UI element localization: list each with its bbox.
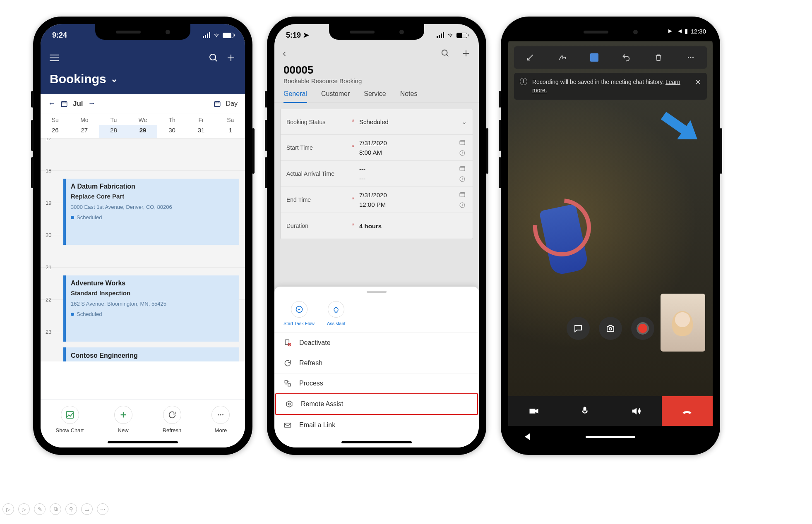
svg-rect-22: [285, 423, 291, 427]
sheet-handle[interactable]: [367, 291, 387, 293]
svg-point-21: [288, 403, 291, 405]
menu-deactivate[interactable]: Deactivate: [274, 333, 479, 353]
svg-point-0: [216, 37, 216, 37]
weekday-header: SuMoTuWeThFrSa: [41, 113, 245, 125]
svg-point-1: [210, 54, 216, 60]
show-chart-button[interactable]: Show Chart: [56, 406, 84, 433]
svg-point-25: [692, 57, 694, 58]
home-indicator[interactable]: [341, 441, 412, 443]
svg-point-24: [690, 57, 692, 58]
svg-rect-19: [285, 380, 287, 383]
phone-bookings: 9:24 Bookings ⌄: [33, 17, 252, 455]
svg-point-23: [688, 57, 689, 58]
add-icon[interactable]: [226, 53, 236, 63]
tool-button[interactable]: ▷: [18, 503, 30, 515]
start-task-flow-button[interactable]: Start Task Flow: [283, 301, 315, 326]
date-toolbar: ← Jul → Day: [41, 94, 245, 113]
svg-point-6: [220, 414, 221, 416]
svg-rect-3: [214, 101, 220, 106]
bottom-toolbar: Show Chart New Refresh More: [41, 400, 245, 447]
menu-remote-assist[interactable]: Remote Assist: [275, 393, 478, 415]
more-icon[interactable]: [686, 53, 695, 62]
appointment-card[interactable]: Adventure Works Standard Inspection 162 …: [63, 275, 239, 342]
status-bar: ▲ ▲ ▮ 12:30: [661, 24, 713, 38]
appointment-card[interactable]: A Datum Fabrication Replace Core Part 30…: [63, 179, 239, 245]
appointment-card[interactable]: Contoso Engineering: [63, 347, 239, 361]
tool-button[interactable]: ▷: [2, 503, 14, 515]
nav-back-icon[interactable]: [525, 433, 530, 440]
agenda-view[interactable]: 17 18 19 20 21 22 23 A Datum Fabrication…: [41, 138, 245, 361]
tool-button[interactable]: ✎: [34, 503, 46, 515]
tool-button[interactable]: ▭: [81, 503, 93, 515]
next-arrow-icon[interactable]: →: [88, 99, 96, 108]
call-bar: [508, 396, 713, 426]
status-time: 9:24: [52, 31, 67, 40]
undo-icon[interactable]: [622, 53, 631, 62]
svg-rect-4: [66, 412, 73, 419]
self-video-pip[interactable]: [661, 294, 705, 352]
record-button[interactable]: [631, 317, 654, 340]
menu-icon[interactable]: [50, 55, 59, 61]
wifi-icon: [213, 32, 220, 38]
menu-process[interactable]: Process: [274, 373, 479, 393]
ink-icon[interactable]: [558, 53, 567, 62]
annotation-toolbar: [514, 46, 707, 69]
battery-icon: ▮: [685, 27, 688, 35]
delete-icon[interactable]: [654, 53, 663, 62]
menu-email-link[interactable]: Email a Link: [274, 415, 479, 435]
ar-arrow-annotation: [657, 106, 704, 148]
tool-button[interactable]: ⚲: [65, 503, 77, 515]
phone-booking-detail: 5:19 ➤ ‹ 00005 Bookable Resource Booking: [267, 17, 486, 455]
calendar-icon[interactable]: [60, 100, 68, 108]
video-toggle-button[interactable]: [508, 396, 560, 426]
info-icon: i: [520, 78, 527, 85]
nav-home-pill[interactable]: [586, 436, 635, 438]
phone-remote-assist-call: ▲ ▲ ▮ 12:30 i Recording will be saved: [501, 17, 720, 455]
chat-button[interactable]: [567, 317, 590, 340]
battery-icon: [223, 33, 233, 38]
mic-toggle-button[interactable]: [560, 396, 611, 426]
menu-refresh[interactable]: Refresh: [274, 353, 479, 373]
weekday-numbers[interactable]: 2627282930311: [41, 125, 245, 138]
collapse-icon[interactable]: [526, 53, 535, 62]
speaker-toggle-button[interactable]: [610, 396, 662, 426]
status-dot-icon: [71, 313, 74, 316]
svg-point-5: [218, 414, 219, 416]
calendar-icon[interactable]: [214, 100, 221, 108]
action-sheet: Start Task Flow Assistant Deactivate Ref…: [274, 287, 479, 447]
end-call-button[interactable]: [662, 396, 713, 426]
prev-arrow-icon[interactable]: ←: [48, 99, 55, 108]
host-app-toolbar: ▷ ▷ ✎ ⧉ ⚲ ▭ ⋯: [2, 503, 108, 515]
close-icon[interactable]: ✕: [695, 78, 701, 87]
cell-signal-icon: [203, 32, 210, 38]
page-title[interactable]: Bookings ⌄: [41, 69, 245, 86]
chevron-down-icon: ⌄: [111, 74, 118, 84]
search-icon[interactable]: [209, 53, 219, 63]
month-label: Jul: [73, 100, 83, 108]
ar-circle-annotation: [521, 187, 603, 268]
assistant-button[interactable]: Assistant: [327, 301, 346, 326]
capture-button[interactable]: [599, 317, 622, 340]
svg-point-7: [222, 414, 223, 416]
android-nav-bar: [508, 426, 713, 447]
tool-button[interactable]: ⧉: [50, 503, 61, 515]
svg-point-26: [609, 328, 612, 330]
tool-button[interactable]: ⋯: [97, 503, 108, 515]
refresh-button[interactable]: Refresh: [163, 406, 182, 433]
recording-banner: i Recording will be saved in the meeting…: [514, 73, 707, 100]
status-dot-icon: [71, 216, 74, 219]
svg-rect-20: [288, 384, 291, 386]
svg-rect-2: [61, 101, 67, 106]
more-button[interactable]: More: [211, 406, 230, 433]
new-button[interactable]: New: [114, 406, 132, 433]
view-mode-label[interactable]: Day: [226, 100, 238, 108]
home-indicator[interactable]: [108, 441, 178, 443]
color-swatch[interactable]: [590, 53, 598, 62]
